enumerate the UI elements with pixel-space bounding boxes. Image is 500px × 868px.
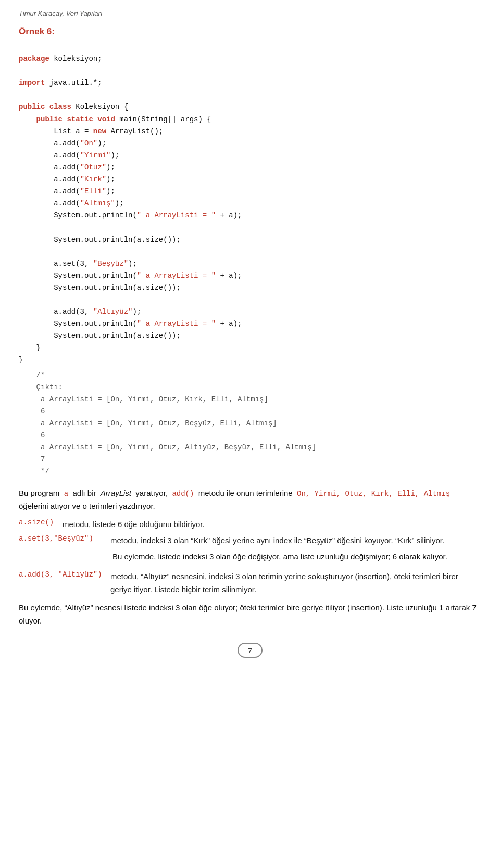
set-text: metodu, indeksi 3 olan “Kırk” öğesi yeri… bbox=[110, 534, 444, 547]
code-block: package koleksiyon; import java.util.*; … bbox=[19, 41, 481, 366]
size-text: metodu, listede 6 öğe olduğunu bildiriyo… bbox=[63, 518, 205, 531]
set-row: a.set(3,"Beşyüz") metodu, indeksi 3 olan… bbox=[19, 534, 481, 547]
size-label: a.size() bbox=[19, 518, 59, 527]
set-label: a.set(3,"Beşyüz") bbox=[19, 534, 102, 543]
page-number-box: 7 bbox=[238, 643, 262, 658]
comment-block: /* Çıktı: a ArrayListi = [On, Yirmi, Otu… bbox=[19, 370, 481, 478]
size-row: a.size() metodu, listede 6 öğe olduğunu … bbox=[19, 518, 481, 531]
page-number-area: 7 bbox=[19, 643, 481, 658]
prose-intro: Bu program a adlı bir ArrayList yaratıyo… bbox=[19, 487, 481, 513]
page-header: Timur Karaçay, Veri Yapıları bbox=[19, 9, 481, 17]
example-label: Örnek 6: bbox=[19, 27, 481, 37]
set-extra: Bu eylemde, listede indeksi 3 olan öğe d… bbox=[113, 551, 481, 564]
add-text: metodu, “Altıyüz” nesnesini, indeksi 3 o… bbox=[110, 570, 481, 596]
add-label: a.add(3, "Altıyüz") bbox=[19, 570, 102, 579]
add-row: a.add(3, "Altıyüz") metodu, “Altıyüz” ne… bbox=[19, 570, 481, 596]
add-extra: Bu eylemde, “Altıyüz” nesnesi listede in… bbox=[19, 602, 481, 628]
